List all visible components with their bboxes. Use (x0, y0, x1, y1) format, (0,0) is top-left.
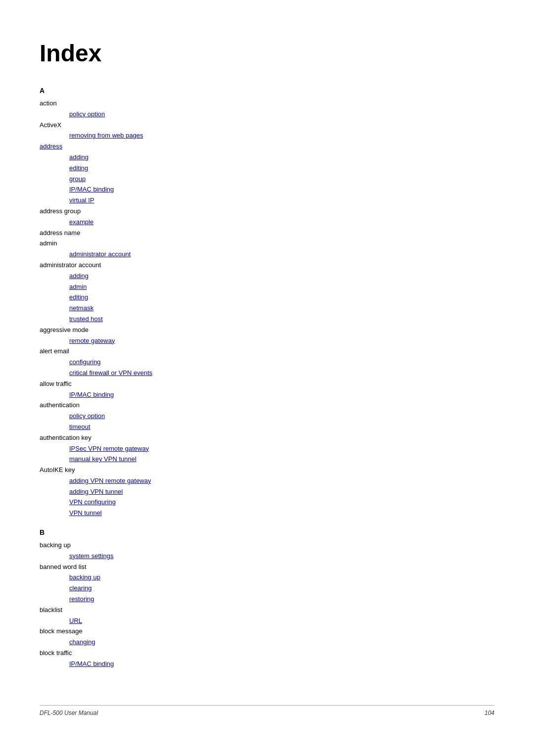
link-address-virtual-ip[interactable]: virtual IP (69, 196, 94, 204)
entry-blacklist: blacklist (40, 605, 405, 615)
entry-admin: admin (40, 238, 405, 249)
entry-removing-from-web-pages: removing from web pages (40, 131, 405, 141)
footer-right: 104 (485, 709, 494, 716)
entry-address: address (40, 142, 405, 152)
entry-autoike-vpn-config: VPN configuring (40, 497, 405, 508)
link-address-adding[interactable]: adding (69, 153, 89, 161)
link-autoike-vpn-config[interactable]: VPN configuring (69, 498, 116, 506)
entry-action: action (40, 98, 405, 109)
entry-auth-timeout: timeout (40, 422, 405, 432)
entry-policy-option-action: policy option (40, 109, 405, 120)
page-title: Index (40, 40, 405, 67)
link-allow-ipmac[interactable]: IP/MAC binding (69, 391, 114, 398)
link-address-ipmac[interactable]: IP/MAC binding (69, 186, 114, 193)
entry-address-group-main: address group (40, 206, 405, 217)
page-footer: DFL-500 User Manual 104 (40, 705, 494, 716)
entry-admin-trusted-host: trusted host (40, 314, 405, 325)
section-b: B backing up system settings banned word… (40, 528, 405, 669)
entry-authentication: authentication (40, 400, 405, 411)
entry-autoike-vpn-tunnel: VPN tunnel (40, 508, 405, 519)
link-authkey-manual[interactable]: manual key VPN tunnel (69, 455, 136, 463)
entry-address-adding: adding (40, 152, 405, 163)
entry-address-group: group (40, 174, 405, 185)
link-autoike-adding-remote[interactable]: adding VPN remote gateway (69, 477, 151, 484)
link-aggressive-remote-gateway[interactable]: remote gateway (69, 337, 115, 344)
entry-address-virtual-ip: virtual IP (40, 195, 405, 206)
entry-banned-word: banned word list (40, 562, 405, 572)
link-admin-adding[interactable]: adding (69, 272, 89, 280)
entry-address-group-example: example (40, 217, 405, 228)
link-removing-from-web-pages[interactable]: removing from web pages (69, 132, 143, 139)
link-banned-clearing[interactable]: clearing (69, 584, 92, 592)
entry-backing-system: system settings (40, 551, 405, 562)
entry-activex: ActiveX (40, 120, 405, 131)
entry-auth-policy-option: policy option (40, 411, 405, 422)
entry-admin-adding: adding (40, 271, 405, 282)
link-policy-option-action[interactable]: policy option (69, 110, 105, 118)
entry-banned-restoring: restoring (40, 594, 405, 605)
link-admin-editing[interactable]: editing (69, 293, 88, 301)
section-letter-a: A (40, 87, 405, 94)
entry-authkey-manual: manual key VPN tunnel (40, 454, 405, 465)
link-autoike-vpn-tunnel[interactable]: VPN tunnel (69, 509, 102, 517)
entry-block-traffic-ipmac: IP/MAC binding (40, 659, 405, 669)
entry-banned-backing: backing up (40, 572, 405, 583)
entry-authentication-key: authentication key (40, 433, 405, 443)
entry-admin-netmask: netmask (40, 303, 405, 314)
entry-aggressive-remote-gateway: remote gateway (40, 336, 405, 346)
index-sections: A action policy option ActiveX removing … (40, 87, 405, 669)
entry-alert-email: alert email (40, 346, 405, 357)
entry-block-message-changing: changing (40, 637, 405, 648)
entry-administrator-account: administrator account (40, 260, 405, 271)
link-block-message-changing[interactable]: changing (69, 638, 95, 646)
entry-autoike-key: AutoIKE key (40, 465, 405, 475)
entry-address-ipmac: IP/MAC binding (40, 185, 405, 195)
entry-backing-up: backing up (40, 540, 405, 551)
entry-alert-configuring: configuring (40, 357, 405, 368)
section-letter-b: B (40, 528, 405, 536)
entry-blacklist-url: URL (40, 616, 405, 626)
link-alert-critical[interactable]: critical firewall or VPN events (69, 369, 152, 377)
entry-admin-editing: editing (40, 292, 405, 303)
link-banned-backing[interactable]: backing up (69, 573, 100, 581)
link-auth-timeout[interactable]: timeout (69, 423, 90, 430)
link-address-group-example[interactable]: example (69, 218, 93, 226)
link-admin-administrator-account[interactable]: administrator account (69, 250, 131, 258)
footer-left: DFL-500 User Manual (40, 709, 98, 716)
entry-allow-traffic: allow traffic (40, 379, 405, 389)
link-admin-admin[interactable]: admin (69, 283, 87, 290)
entry-alert-critical: critical firewall or VPN events (40, 368, 405, 378)
link-blacklist-url[interactable]: URL (69, 617, 82, 624)
link-address-group[interactable]: group (69, 175, 86, 183)
entry-admin-administrator-account: administrator account (40, 249, 405, 260)
entry-autoike-adding-tunnel: adding VPN tunnel (40, 487, 405, 497)
link-backing-system[interactable]: system settings (69, 552, 114, 560)
entry-address-name: address name (40, 228, 405, 238)
entry-block-message: block message (40, 626, 405, 637)
link-address-editing[interactable]: editing (69, 164, 88, 172)
entry-block-traffic: block traffic (40, 648, 405, 659)
entry-admin-admin: admin (40, 282, 405, 292)
link-block-traffic-ipmac[interactable]: IP/MAC binding (69, 660, 114, 667)
link-authkey-ipsec[interactable]: IPSec VPN remote gateway (69, 445, 149, 452)
entry-authkey-ipsec: IPSec VPN remote gateway (40, 444, 405, 454)
entry-aggressive-mode: aggressive mode (40, 325, 405, 335)
entry-autoike-adding-remote: adding VPN remote gateway (40, 476, 405, 486)
link-admin-netmask[interactable]: netmask (69, 304, 93, 312)
entry-allow-ipmac: IP/MAC binding (40, 390, 405, 400)
link-auth-policy-option[interactable]: policy option (69, 412, 105, 420)
entry-banned-clearing: clearing (40, 583, 405, 594)
link-admin-trusted-host[interactable]: trusted host (69, 315, 103, 323)
link-autoike-adding-tunnel[interactable]: adding VPN tunnel (69, 488, 123, 495)
link-banned-restoring[interactable]: restoring (69, 595, 94, 603)
link-alert-configuring[interactable]: configuring (69, 358, 101, 366)
section-a: A action policy option ActiveX removing … (40, 87, 405, 519)
link-address[interactable]: address (40, 142, 62, 150)
entry-address-editing: editing (40, 163, 405, 174)
